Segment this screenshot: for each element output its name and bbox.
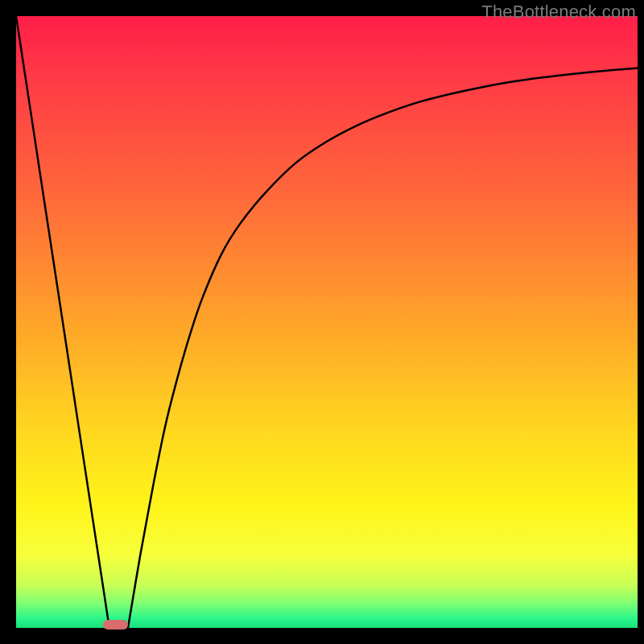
bottleneck-curve	[16, 16, 638, 628]
plot-area	[16, 16, 638, 628]
chart-frame: TheBottleneck.com	[0, 0, 644, 644]
watermark-text: TheBottleneck.com	[481, 2, 636, 23]
curve-left-branch	[16, 16, 109, 628]
curve-right-branch	[128, 68, 638, 628]
min-marker-bar	[103, 620, 128, 630]
